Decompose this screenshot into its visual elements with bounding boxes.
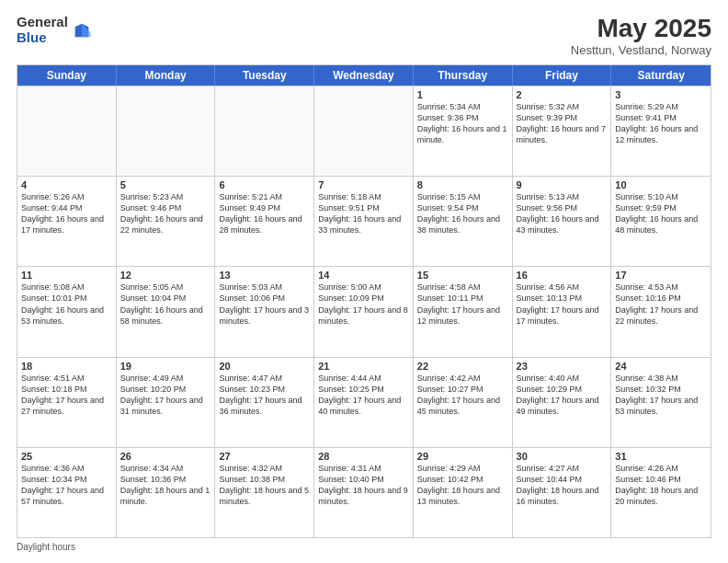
logo-blue: Blue (17, 30, 68, 46)
calendar-cell: 8Sunrise: 5:15 AM Sunset: 9:54 PM Daylig… (414, 177, 513, 266)
cell-text: Sunrise: 5:32 AM Sunset: 9:39 PM Dayligh… (517, 101, 608, 146)
day-number: 9 (517, 179, 608, 190)
cell-text: Sunrise: 4:32 AM Sunset: 10:38 PM Daylig… (219, 463, 310, 508)
calendar-cell: 11Sunrise: 5:08 AM Sunset: 10:01 PM Dayl… (17, 267, 117, 356)
calendar-cell (117, 86, 216, 176)
calendar-cell: 5Sunrise: 5:23 AM Sunset: 9:46 PM Daylig… (117, 177, 216, 266)
cell-text: Sunrise: 4:42 AM Sunset: 10:27 PM Daylig… (417, 373, 508, 418)
svg-marker-1 (82, 23, 91, 37)
calendar-cell: 3Sunrise: 5:29 AM Sunset: 9:41 PM Daylig… (611, 86, 711, 176)
calendar-cell: 2Sunrise: 5:32 AM Sunset: 9:39 PM Daylig… (513, 86, 612, 176)
calendar-cell: 10Sunrise: 5:10 AM Sunset: 9:59 PM Dayli… (611, 177, 711, 266)
cell-text: Sunrise: 4:44 AM Sunset: 10:25 PM Daylig… (318, 373, 409, 418)
cell-text: Sunrise: 4:47 AM Sunset: 10:23 PM Daylig… (219, 373, 310, 418)
cell-text: Sunrise: 5:21 AM Sunset: 9:49 PM Dayligh… (219, 191, 310, 236)
calendar-cell: 6Sunrise: 5:21 AM Sunset: 9:49 PM Daylig… (215, 177, 314, 266)
calendar-cell: 28Sunrise: 4:31 AM Sunset: 10:40 PM Dayl… (314, 448, 414, 537)
calendar-row-5: 25Sunrise: 4:36 AM Sunset: 10:34 PM Dayl… (17, 447, 711, 537)
day-number: 2 (517, 89, 608, 100)
calendar-header-row: SundayMondayTuesdayWednesdayThursdayFrid… (17, 65, 711, 86)
footer: Daylight hours (17, 542, 711, 552)
cell-text: Sunrise: 4:40 AM Sunset: 10:29 PM Daylig… (517, 373, 608, 418)
day-number: 4 (21, 179, 112, 190)
cell-text: Sunrise: 4:58 AM Sunset: 10:11 PM Daylig… (417, 282, 508, 327)
page: General Blue May 2025 Nesttun, Vestland,… (0, 0, 728, 563)
weekday-header-saturday: Saturday (611, 65, 711, 86)
calendar-cell: 22Sunrise: 4:42 AM Sunset: 10:27 PM Dayl… (414, 358, 513, 447)
day-number: 17 (615, 270, 707, 281)
calendar-cell: 4Sunrise: 5:26 AM Sunset: 9:44 PM Daylig… (17, 177, 117, 266)
cell-text: Sunrise: 5:23 AM Sunset: 9:46 PM Dayligh… (120, 191, 211, 236)
calendar-cell: 31Sunrise: 4:26 AM Sunset: 10:46 PM Dayl… (611, 448, 711, 537)
weekday-header-sunday: Sunday (17, 65, 117, 86)
calendar-cell: 7Sunrise: 5:18 AM Sunset: 9:51 PM Daylig… (314, 177, 414, 266)
cell-text: Sunrise: 5:26 AM Sunset: 9:44 PM Dayligh… (21, 191, 112, 236)
calendar-cell (215, 86, 314, 176)
calendar-row-4: 18Sunrise: 4:51 AM Sunset: 10:18 PM Dayl… (17, 357, 711, 447)
calendar-cell: 9Sunrise: 5:13 AM Sunset: 9:56 PM Daylig… (513, 177, 612, 266)
logo-general: General (17, 15, 68, 30)
calendar-cell: 16Sunrise: 4:56 AM Sunset: 10:13 PM Dayl… (513, 267, 612, 356)
logo-icon (72, 20, 92, 40)
calendar: SundayMondayTuesdayWednesdayThursdayFrid… (17, 64, 711, 538)
calendar-cell: 24Sunrise: 4:38 AM Sunset: 10:32 PM Dayl… (611, 358, 711, 447)
cell-text: Sunrise: 5:08 AM Sunset: 10:01 PM Daylig… (21, 282, 112, 327)
day-number: 25 (21, 451, 112, 462)
day-number: 8 (417, 179, 508, 190)
calendar-cell: 30Sunrise: 4:27 AM Sunset: 10:44 PM Dayl… (513, 448, 612, 537)
title-block: May 2025 Nesttun, Vestland, Norway (571, 15, 711, 57)
day-number: 14 (318, 270, 409, 281)
calendar-row-3: 11Sunrise: 5:08 AM Sunset: 10:01 PM Dayl… (17, 266, 711, 356)
cell-text: Sunrise: 4:38 AM Sunset: 10:32 PM Daylig… (615, 373, 707, 418)
calendar-row-1: 1Sunrise: 5:34 AM Sunset: 9:36 PM Daylig… (17, 86, 711, 176)
weekday-header-tuesday: Tuesday (215, 65, 314, 86)
day-number: 19 (120, 361, 211, 372)
day-number: 7 (318, 179, 409, 190)
day-number: 12 (120, 270, 211, 281)
logo: General Blue (17, 15, 92, 45)
cell-text: Sunrise: 5:29 AM Sunset: 9:41 PM Dayligh… (615, 101, 707, 146)
calendar-cell: 12Sunrise: 5:05 AM Sunset: 10:04 PM Dayl… (117, 267, 216, 356)
calendar-cell (17, 86, 117, 176)
cell-text: Sunrise: 4:56 AM Sunset: 10:13 PM Daylig… (517, 282, 608, 327)
cell-text: Sunrise: 5:00 AM Sunset: 10:09 PM Daylig… (318, 282, 409, 327)
header: General Blue May 2025 Nesttun, Vestland,… (17, 15, 711, 57)
day-number: 1 (417, 89, 508, 100)
day-number: 11 (21, 270, 112, 281)
day-number: 28 (318, 451, 409, 462)
calendar-cell: 13Sunrise: 5:03 AM Sunset: 10:06 PM Dayl… (215, 267, 314, 356)
day-number: 29 (417, 451, 508, 462)
calendar-cell: 19Sunrise: 4:49 AM Sunset: 10:20 PM Dayl… (117, 358, 216, 447)
cell-text: Sunrise: 5:15 AM Sunset: 9:54 PM Dayligh… (417, 191, 508, 236)
calendar-cell: 25Sunrise: 4:36 AM Sunset: 10:34 PM Dayl… (17, 448, 117, 537)
calendar-body: 1Sunrise: 5:34 AM Sunset: 9:36 PM Daylig… (17, 86, 711, 537)
cell-text: Sunrise: 5:18 AM Sunset: 9:51 PM Dayligh… (318, 191, 409, 236)
calendar-cell: 17Sunrise: 4:53 AM Sunset: 10:16 PM Dayl… (611, 267, 711, 356)
day-number: 26 (120, 451, 211, 462)
cell-text: Sunrise: 4:26 AM Sunset: 10:46 PM Daylig… (615, 463, 707, 508)
subtitle: Nesttun, Vestland, Norway (571, 43, 711, 57)
day-number: 24 (615, 361, 707, 372)
day-number: 18 (21, 361, 112, 372)
calendar-cell: 15Sunrise: 4:58 AM Sunset: 10:11 PM Dayl… (414, 267, 513, 356)
calendar-cell: 21Sunrise: 4:44 AM Sunset: 10:25 PM Dayl… (314, 358, 414, 447)
day-number: 6 (219, 179, 310, 190)
cell-text: Sunrise: 4:36 AM Sunset: 10:34 PM Daylig… (21, 463, 112, 508)
calendar-cell: 18Sunrise: 4:51 AM Sunset: 10:18 PM Dayl… (17, 358, 117, 447)
day-number: 16 (517, 270, 608, 281)
cell-text: Sunrise: 5:34 AM Sunset: 9:36 PM Dayligh… (417, 101, 508, 146)
day-number: 15 (417, 270, 508, 281)
day-number: 10 (615, 179, 707, 190)
calendar-cell (314, 86, 414, 176)
weekday-header-friday: Friday (513, 65, 612, 86)
cell-text: Sunrise: 5:05 AM Sunset: 10:04 PM Daylig… (120, 282, 211, 327)
weekday-header-wednesday: Wednesday (314, 65, 414, 86)
day-number: 30 (517, 451, 608, 462)
day-number: 31 (615, 451, 707, 462)
calendar-row-2: 4Sunrise: 5:26 AM Sunset: 9:44 PM Daylig… (17, 176, 711, 266)
day-number: 23 (517, 361, 608, 372)
weekday-header-thursday: Thursday (414, 65, 513, 86)
day-number: 13 (219, 270, 310, 281)
cell-text: Sunrise: 4:27 AM Sunset: 10:44 PM Daylig… (517, 463, 608, 508)
day-number: 27 (219, 451, 310, 462)
